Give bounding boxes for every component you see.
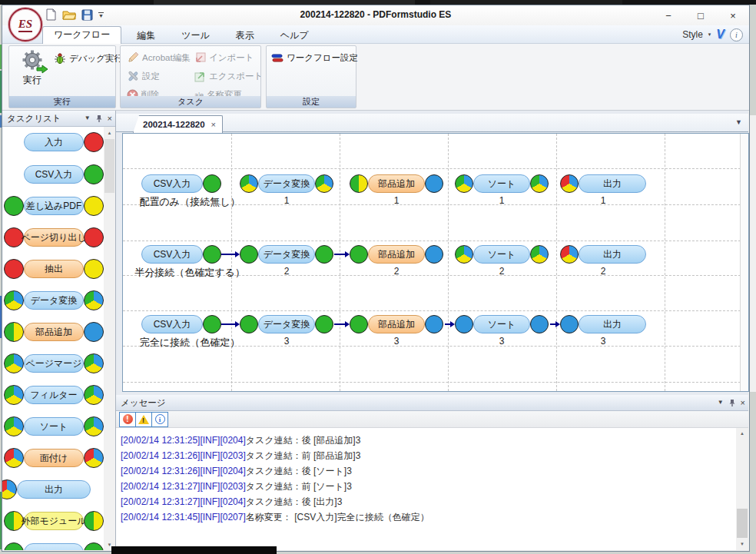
node-sort-1[interactable]: ソート <box>455 174 549 193</box>
panel-close-icon[interactable]: × <box>108 113 112 124</box>
background-fragment <box>750 115 756 392</box>
workflow-settings-button[interactable]: ワークフロー設定 <box>271 50 358 65</box>
acrobat-edit-button[interactable]: Acrobat編集 <box>127 50 191 65</box>
task-item-page-merge[interactable]: ページマージ <box>3 353 104 373</box>
connector-dot[interactable] <box>560 245 579 264</box>
task-item-partial[interactable] <box>3 542 104 550</box>
connector-dot <box>4 322 24 342</box>
connector-dot[interactable] <box>240 174 258 193</box>
connector-dot[interactable] <box>240 315 258 333</box>
close-button[interactable]: × <box>717 5 749 25</box>
node-csv-input-1[interactable]: CSV入力 <box>141 174 221 193</box>
task-item-page-cut[interactable]: ページ切り出し <box>3 227 104 247</box>
node-add-part-1[interactable]: 部品追加 <box>350 174 443 193</box>
node-add-part-3[interactable]: 部品追加 <box>350 315 443 333</box>
connector-dot[interactable] <box>350 245 368 264</box>
import-button[interactable]: インポート <box>194 50 254 65</box>
app-logo-button[interactable]: ES <box>8 8 42 41</box>
filter-errors-button[interactable]: ! <box>119 412 136 427</box>
node-data-convert-1[interactable]: データ変換 <box>240 174 333 193</box>
maximize-button[interactable]: □ <box>685 5 717 25</box>
node-output-1[interactable]: 出力 <box>560 174 646 193</box>
connector-dot[interactable] <box>560 174 579 193</box>
document-tab[interactable]: 200214-122820 × <box>133 115 223 133</box>
connector-dot[interactable] <box>203 174 221 193</box>
minimize-button[interactable]: − <box>652 5 685 25</box>
scroll-down-icon[interactable]: ▼ <box>736 539 748 550</box>
tasklist-scrollbar[interactable]: ▲ ▼ <box>104 127 115 550</box>
connector-dot[interactable] <box>560 315 579 333</box>
style-selector[interactable]: Style <box>682 29 703 40</box>
node-output-2[interactable]: 出力 <box>560 245 646 264</box>
node-sort-3[interactable]: ソート <box>455 315 549 333</box>
settings-button[interactable]: 設定 <box>127 68 160 84</box>
filter-warnings-button[interactable]: ! <box>135 412 152 427</box>
connector-dot[interactable] <box>315 245 333 264</box>
panel-menu-icon[interactable]: ▼ <box>85 113 91 124</box>
node-sort-2[interactable]: ソート <box>455 245 549 264</box>
filter-info-button[interactable]: i <box>151 412 168 427</box>
node-add-part-2[interactable]: 部品追加 <box>350 245 443 264</box>
task-item-csv-input[interactable]: CSV入力 <box>3 164 104 184</box>
ribbon-group-caption: 設定 <box>267 96 356 108</box>
pin-icon[interactable] <box>95 114 103 123</box>
connector-dot[interactable] <box>425 315 443 333</box>
connector-dot[interactable] <box>455 245 473 264</box>
task-item-extract[interactable]: 抽出 <box>3 259 104 279</box>
task-item-data-convert[interactable]: データ変換 <box>3 290 104 310</box>
connector-dot[interactable] <box>203 245 221 264</box>
task-item-output[interactable]: 出力 <box>3 479 104 499</box>
connector-dot[interactable] <box>315 174 333 193</box>
tab-close-icon[interactable]: × <box>211 120 216 129</box>
title-bar[interactable]: ▼ 200214-122820 - PDFormstudio ES − □ × <box>2 5 749 25</box>
scroll-up-icon[interactable]: ▲ <box>736 428 748 440</box>
workflow-canvas[interactable]: CSV入力 データ変換 部品追加 ソート 出力 配置のみ（接続無し） 1 1 1… <box>122 133 749 392</box>
node-csv-input-2[interactable]: CSV入力 <box>141 245 221 264</box>
run-button[interactable]: 実行 <box>13 48 51 96</box>
tab-edit[interactable]: 編集 <box>126 28 166 44</box>
tab-view[interactable]: 表示 <box>225 28 265 44</box>
export-button[interactable]: エクスポート <box>194 68 263 84</box>
menu-right-cluster: Style ▾ V i <box>682 27 743 42</box>
task-item-filter[interactable]: フィルター <box>3 385 104 405</box>
connector-dot[interactable] <box>350 174 368 193</box>
scrollbar-thumb[interactable] <box>737 509 748 538</box>
task-item-imposition[interactable]: 面付け <box>3 448 104 468</box>
task-item-add-part[interactable]: 部品追加 <box>3 322 104 342</box>
panel-close-icon[interactable]: × <box>741 397 745 408</box>
connector-dot[interactable] <box>530 315 549 333</box>
connector-dot[interactable] <box>240 245 258 264</box>
node-data-convert-2[interactable]: データ変換 <box>240 245 333 264</box>
tab-workflow[interactable]: ワークフロー <box>42 26 121 44</box>
canvas-scroll-lane[interactable] <box>740 134 748 391</box>
message-scrollbar[interactable]: ▲ ▼ <box>736 428 748 550</box>
node-data-convert-3[interactable]: データ変換 <box>240 315 333 333</box>
scroll-up-icon[interactable]: ▲ <box>104 127 115 138</box>
connector-dot[interactable] <box>455 315 473 333</box>
connector-dot[interactable] <box>425 245 443 264</box>
connector-dot[interactable] <box>315 315 333 333</box>
tab-help[interactable]: ヘルプ <box>270 28 320 44</box>
grid-line <box>123 241 748 241</box>
tab-list-dropdown-icon[interactable]: ▼ <box>735 118 742 126</box>
style-caret-icon[interactable]: ▾ <box>708 32 711 38</box>
connector-dot[interactable] <box>530 174 549 193</box>
info-icon[interactable]: i <box>730 28 743 41</box>
tab-tools[interactable]: ツール <box>171 28 220 44</box>
scrollbar-thumb[interactable] <box>104 139 114 193</box>
pin-icon[interactable] <box>728 399 736 407</box>
connector-dot[interactable] <box>350 315 368 333</box>
task-item-sort[interactable]: ソート <box>3 416 104 436</box>
panel-menu-icon[interactable]: ▼ <box>718 397 724 408</box>
task-item-input[interactable]: 入力 <box>3 132 104 152</box>
message-panel-title: メッセージ <box>121 397 166 409</box>
task-item-external-module[interactable]: 外部モジュール <box>3 511 104 531</box>
node-output-3[interactable]: 出力 <box>560 315 646 333</box>
node-csv-input-3[interactable]: CSV入力 <box>141 315 221 333</box>
task-item-merge-pdf[interactable]: 差し込みPDF <box>3 196 104 216</box>
connector-dot[interactable] <box>203 315 221 333</box>
debug-run-button[interactable]: デバッグ実行 <box>54 51 123 66</box>
connector-dot[interactable] <box>455 174 473 193</box>
connector-dot[interactable] <box>425 174 443 193</box>
connector-dot[interactable] <box>530 245 549 264</box>
